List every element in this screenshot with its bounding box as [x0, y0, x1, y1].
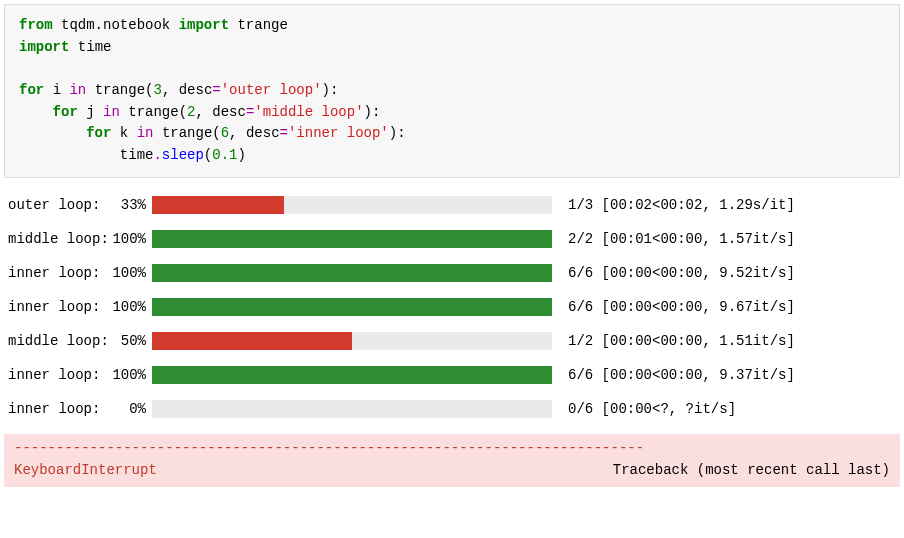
progress-percent: 100% [102, 231, 146, 247]
traceback-block: ----------------------------------------… [4, 434, 900, 487]
progress-bar [152, 298, 552, 316]
progress-bar [152, 264, 552, 282]
traceback-label: Traceback (most recent call last) [613, 460, 890, 482]
progress-percent: 100% [102, 265, 146, 281]
progress-bar [152, 230, 552, 248]
progress-fill [152, 196, 284, 214]
progress-row: middle loop:50%1/2 [00:00<00:00, 1.51it/… [8, 332, 896, 350]
progress-bar [152, 366, 552, 384]
progress-fill [152, 332, 352, 350]
progress-bar [152, 332, 552, 350]
module-name: time [78, 39, 112, 55]
keyword-for: for [86, 125, 111, 141]
keyword-import: import [179, 17, 229, 33]
progress-label: outer loop: [8, 197, 96, 213]
progress-percent: 100% [102, 299, 146, 315]
progress-percent: 50% [102, 333, 146, 349]
progress-label: inner loop: [8, 265, 96, 281]
progress-label: middle loop: [8, 333, 96, 349]
progress-bar [152, 196, 552, 214]
progress-meta: 1/3 [00:02<00:02, 1.29s/it] [568, 197, 795, 213]
keyword-for: for [19, 82, 44, 98]
code-cell[interactable]: from tqdm.notebook import trange import … [4, 4, 900, 178]
progress-row: inner loop:100%6/6 [00:00<00:00, 9.67it/… [8, 298, 896, 316]
progress-label: middle loop: [8, 231, 96, 247]
progress-row: middle loop:100%2/2 [00:01<00:00, 1.57it… [8, 230, 896, 248]
progress-bar [152, 400, 552, 418]
keyword-from: from [19, 17, 53, 33]
progress-meta: 6/6 [00:00<00:00, 9.67it/s] [568, 299, 795, 315]
progress-meta: 0/6 [00:00<?, ?it/s] [568, 401, 736, 417]
progress-row: inner loop:100%6/6 [00:00<00:00, 9.37it/… [8, 366, 896, 384]
progress-fill [152, 264, 552, 282]
progress-meta: 6/6 [00:00<00:00, 9.52it/s] [568, 265, 795, 281]
progress-row: inner loop:100%6/6 [00:00<00:00, 9.52it/… [8, 264, 896, 282]
progress-row: outer loop:33%1/3 [00:02<00:02, 1.29s/it… [8, 196, 896, 214]
keyword-for: for [53, 104, 78, 120]
progress-fill [152, 230, 552, 248]
progress-meta: 6/6 [00:00<00:00, 9.37it/s] [568, 367, 795, 383]
progress-meta: 2/2 [00:01<00:00, 1.57it/s] [568, 231, 795, 247]
progress-label: inner loop: [8, 299, 96, 315]
progress-percent: 100% [102, 367, 146, 383]
import-name: trange [237, 17, 287, 33]
keyword-import: import [19, 39, 69, 55]
module-name: tqdm.notebook [61, 17, 170, 33]
progress-percent: 0% [102, 401, 146, 417]
progress-label: inner loop: [8, 401, 96, 417]
progress-fill [152, 366, 552, 384]
progress-fill [152, 298, 552, 316]
progress-percent: 33% [102, 197, 146, 213]
progress-output: outer loop:33%1/3 [00:02<00:02, 1.29s/it… [0, 196, 904, 418]
progress-label: inner loop: [8, 367, 96, 383]
error-name: KeyboardInterrupt [14, 460, 157, 482]
progress-row: inner loop:0%0/6 [00:00<?, ?it/s] [8, 400, 896, 418]
progress-meta: 1/2 [00:00<00:00, 1.51it/s] [568, 333, 795, 349]
traceback-separator: ----------------------------------------… [14, 438, 890, 460]
